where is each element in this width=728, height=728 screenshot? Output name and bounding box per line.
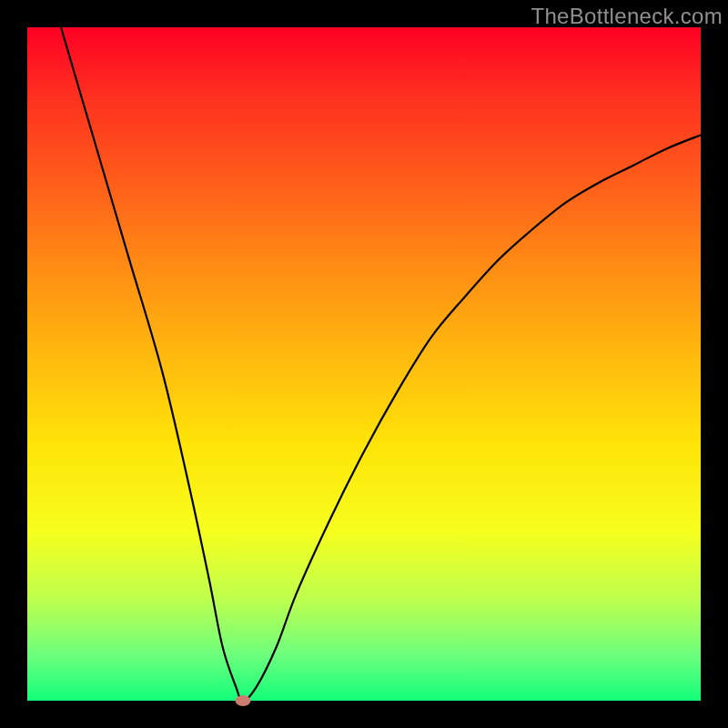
chart-frame: TheBottleneck.com — [0, 0, 728, 728]
plot-area — [27, 27, 701, 701]
optimum-marker — [235, 695, 250, 706]
bottleneck-curve — [27, 27, 701, 701]
watermark-text: TheBottleneck.com — [531, 4, 723, 29]
